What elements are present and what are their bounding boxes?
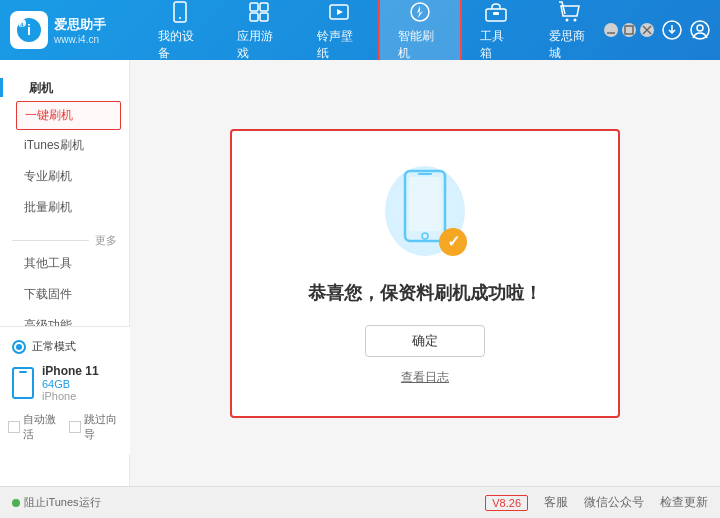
view-history-link[interactable]: 查看日志 — [401, 369, 449, 386]
store-icon — [556, 0, 584, 26]
nav-smart-flash-label: 智能刷机 — [398, 28, 441, 62]
footer: 阻止iTunes运行 V8.26 客服 微信公众号 检查更新 — [0, 486, 720, 518]
svg-rect-9 — [260, 13, 268, 21]
window-controls — [604, 23, 654, 37]
ringtones-icon — [325, 0, 353, 26]
download-button[interactable] — [662, 18, 682, 42]
device-details: iPhone 11 64GB iPhone — [42, 364, 99, 402]
my-device-icon — [166, 0, 194, 26]
nav-apps-label: 应用游戏 — [237, 28, 280, 62]
maximize-button[interactable] — [622, 23, 636, 37]
stop-itunes-label[interactable]: 阻止iTunes运行 — [24, 495, 101, 510]
nav-ringtones-label: 铃声壁纸 — [317, 28, 360, 62]
stop-itunes-area: 阻止iTunes运行 — [12, 495, 101, 510]
footer-check-update[interactable]: 检查更新 — [660, 494, 708, 511]
sidebar-item-pro[interactable]: 专业刷机 — [0, 161, 129, 192]
version-badge: V8.26 — [485, 495, 528, 511]
nav-store[interactable]: 爱思商城 — [531, 0, 610, 68]
close-button[interactable] — [640, 23, 654, 37]
nav-ringtones[interactable]: 铃声壁纸 — [299, 0, 378, 68]
account-button[interactable] — [690, 18, 710, 42]
svg-text:i: i — [27, 22, 31, 38]
svg-rect-26 — [409, 177, 441, 231]
app-header: i 4 爱思助手 www.i4.cn 我的设备 应用游戏 铃 — [0, 0, 720, 60]
device-checkboxes: 自动激活 跳过向导 — [0, 408, 130, 446]
sidebar-item-one-click[interactable]: 一键刷机 — [16, 101, 121, 130]
toolbox-icon — [482, 0, 510, 26]
svg-rect-6 — [250, 3, 258, 11]
svg-rect-18 — [625, 26, 633, 34]
content-area: ✓ 恭喜您，保资料刷机成功啦！ 确定 查看日志 — [130, 60, 720, 486]
nav-my-device-label: 我的设备 — [158, 28, 201, 62]
logo-icon: i 4 — [10, 11, 48, 49]
check-badge: ✓ — [439, 228, 467, 256]
footer-wechat[interactable]: 微信公众号 — [584, 494, 644, 511]
header-right — [610, 18, 710, 42]
device-mode-indicator — [12, 340, 26, 354]
logo-text: 爱思助手 www.i4.cn — [54, 16, 106, 45]
svg-point-16 — [574, 19, 577, 22]
logo-area: i 4 爱思助手 www.i4.cn — [10, 11, 140, 49]
sidebar: 刷机 一键刷机 iTunes刷机 专业刷机 批量刷机 更多 其他工具 下载固件 … — [0, 60, 130, 486]
footer-service[interactable]: 客服 — [544, 494, 568, 511]
auto-activate-checkbox[interactable]: 自动激活 — [8, 412, 61, 442]
device-info[interactable]: iPhone 11 64GB iPhone — [0, 358, 130, 408]
confirm-button[interactable]: 确定 — [365, 325, 485, 357]
device-phone-icon — [12, 367, 34, 399]
svg-rect-8 — [250, 13, 258, 21]
svg-marker-11 — [337, 9, 343, 15]
nav-apps[interactable]: 应用游戏 — [219, 0, 298, 68]
svg-rect-7 — [260, 3, 268, 11]
running-indicator — [12, 499, 20, 507]
svg-point-24 — [697, 25, 703, 31]
device-mode: 正常模式 — [0, 335, 130, 358]
sidebar-item-download-firmware[interactable]: 下载固件 — [0, 279, 129, 310]
nav-toolbox-label: 工具箱 — [480, 28, 513, 62]
svg-point-15 — [566, 19, 569, 22]
svg-point-5 — [179, 17, 181, 19]
success-title: 恭喜您，保资料刷机成功啦！ — [308, 281, 542, 305]
nav-my-device[interactable]: 我的设备 — [140, 0, 219, 68]
sidebar-item-itunes[interactable]: iTunes刷机 — [0, 130, 129, 161]
svg-rect-14 — [493, 12, 499, 15]
sidebar-item-other-tools[interactable]: 其他工具 — [0, 248, 129, 279]
sidebar-item-batch[interactable]: 批量刷机 — [0, 192, 129, 223]
svg-point-27 — [422, 233, 428, 239]
nav-store-label: 爱思商城 — [549, 28, 592, 62]
more-label: 更多 — [95, 233, 117, 248]
main-layout: 刷机 一键刷机 iTunes刷机 专业刷机 批量刷机 更多 其他工具 下载固件 … — [0, 60, 720, 486]
apps-icon — [245, 0, 273, 26]
success-illustration: ✓ — [375, 161, 475, 261]
success-card: ✓ 恭喜您，保资料刷机成功啦！ 确定 查看日志 — [230, 129, 620, 418]
smart-flash-icon — [406, 0, 434, 26]
sidebar-section-flash: 刷机 — [13, 75, 69, 101]
skip-guide-checkbox[interactable]: 跳过向导 — [69, 412, 122, 442]
nav-toolbox[interactable]: 工具箱 — [462, 0, 531, 68]
